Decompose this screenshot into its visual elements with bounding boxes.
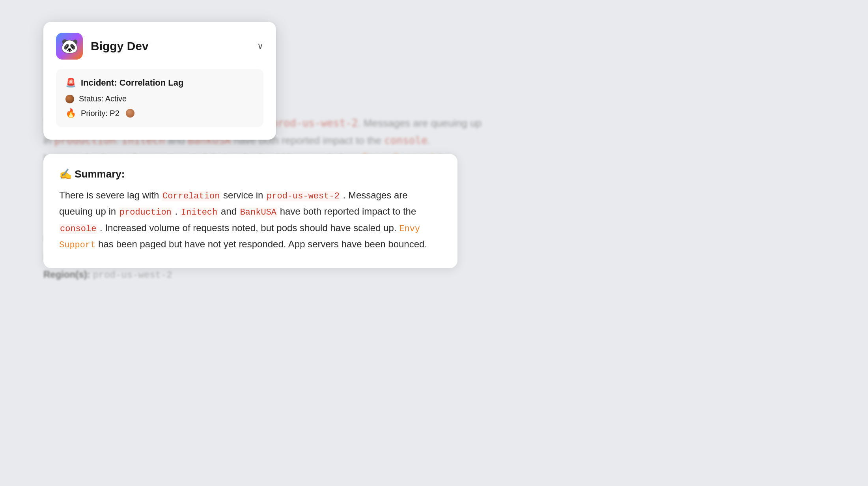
fire-icon: 🔥 [65,108,76,118]
regions-label: Region(s): [43,269,90,280]
chevron-down-icon[interactable]: ∨ [257,41,263,51]
incident-icon: 🚨 [65,78,76,88]
incident-title: 🚨 Incident: Correlation Lag [65,78,254,88]
priority-circle-icon [126,109,134,118]
bankusa-highlight: BankUSA [239,207,277,217]
production-highlight: production [119,207,172,217]
status-active-dot [65,95,74,103]
region-highlight: prod-us-west-2 [266,191,340,201]
app-name: Biggy Dev [91,39,257,53]
summary-card: ✍️ Summary: There is severe lag with Cor… [43,154,457,268]
app-icon: 🐼 [56,33,83,60]
incident-status-label: Status: Active [79,94,127,103]
incident-status-row: Status: Active [65,94,254,103]
incident-title-text: Incident: Correlation Lag [81,78,183,88]
summary-title: ✍️ Summary: [59,168,442,180]
initech-highlight: Initech [180,207,218,217]
regions-row: Region(s): prod-us-west-2 [43,269,825,280]
console-highlight: console [59,224,97,234]
incident-card: 🚨 Incident: Correlation Lag Status: Acti… [56,69,263,127]
dropdown-card: 🐼 Biggy Dev ∨ 🚨 Incident: Correlation La… [43,22,276,140]
correlation-highlight: Correlation [162,191,220,201]
regions-value: prod-us-west-2 [93,270,172,280]
app-icon-image: 🐼 [56,33,83,60]
incident-priority-label: Priority: P2 [81,109,119,118]
summary-body: There is severe lag with Correlation ser… [59,187,442,252]
incident-priority-row: 🔥 Priority: P2 [65,108,254,118]
dropdown-header: 🐼 Biggy Dev ∨ [56,33,263,60]
envy-support-highlight: Envy Support [59,224,420,250]
